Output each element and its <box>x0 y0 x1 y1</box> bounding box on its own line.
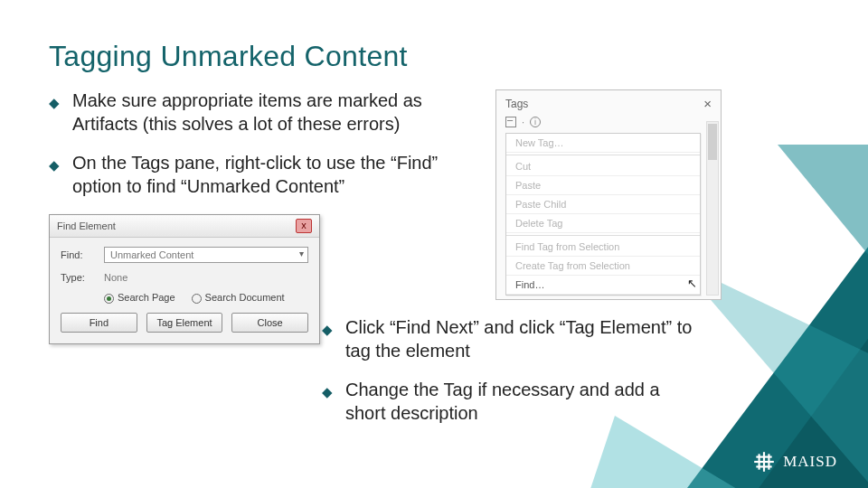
logo: MAISD <box>752 450 837 474</box>
bullet-text: Change the Tag if necessary and add a sh… <box>345 379 697 425</box>
find-label: Find: <box>61 249 95 260</box>
bullet-item: ◆ Change the Tag if necessary and add a … <box>322 379 697 425</box>
radio-search-page[interactable]: Search Page <box>104 292 175 304</box>
toolbar-separator: · <box>522 117 524 127</box>
type-value: None <box>104 272 127 283</box>
menu-item-new-tag[interactable]: New Tag… <box>506 134 700 153</box>
bullet-text: Make sure appropriate items are marked a… <box>72 89 474 136</box>
menu-item-find[interactable]: Find… <box>506 276 700 295</box>
scrollbar[interactable] <box>706 121 719 296</box>
menu-item-paste-child[interactable]: Paste Child <box>506 195 700 214</box>
bullet-icon: ◆ <box>322 321 333 362</box>
context-menu: New Tag… Cut Paste Paste Child Delete Ta… <box>505 133 701 296</box>
menu-item-paste[interactable]: Paste <box>506 176 700 195</box>
find-element-dialog: Find Element x Find: Unmarked Content Ty… <box>49 214 320 344</box>
bullet-item: ◆ Make sure appropriate items are marked… <box>49 89 474 136</box>
scrollbar-thumb[interactable] <box>708 124 717 160</box>
bullet-item: ◆ Click “Find Next” and click “Tag Eleme… <box>322 316 697 362</box>
slide-title: Tagging Unmarked Content <box>49 40 819 73</box>
bullet-item: ◆ On the Tags pane, right-click to use t… <box>49 152 474 198</box>
menu-item-cut[interactable]: Cut <box>506 157 700 176</box>
dialog-title: Find Element <box>57 221 116 231</box>
collapse-icon[interactable] <box>505 117 516 127</box>
bullet-text: On the Tags pane, right-click to use the… <box>72 152 474 198</box>
find-combobox[interactable]: Unmarked Content <box>104 247 308 263</box>
bullet-text: Click “Find Next” and click “Tag Element… <box>345 316 697 362</box>
logo-text: MAISD <box>783 453 837 471</box>
cursor-icon: ↖ <box>687 277 697 290</box>
menu-item-find-from-selection[interactable]: Find Tag from Selection <box>506 238 700 257</box>
logo-mark-icon <box>752 450 776 474</box>
tags-panel-title: Tags <box>505 98 528 110</box>
tags-panel: Tags × · i New Tag… Cut Paste Paste Chil… <box>495 89 722 300</box>
bullet-icon: ◆ <box>49 94 60 136</box>
menu-item-create-from-selection[interactable]: Create Tag from Selection <box>506 257 700 276</box>
find-button[interactable]: Find <box>61 313 137 333</box>
menu-item-delete-tag[interactable]: Delete Tag <box>506 214 700 233</box>
dialog-titlebar: Find Element x <box>50 215 319 238</box>
bullet-icon: ◆ <box>322 383 333 425</box>
info-icon[interactable]: i <box>530 117 541 127</box>
left-bullet-list: ◆ Make sure appropriate items are marked… <box>49 89 474 198</box>
tag-element-button[interactable]: Tag Element <box>146 313 223 333</box>
tags-panel-close-icon[interactable]: × <box>703 96 712 111</box>
right-bullet-list: ◆ Click “Find Next” and click “Tag Eleme… <box>322 316 697 425</box>
tags-toolbar: · i <box>496 115 721 133</box>
dialog-close-button[interactable]: x <box>296 219 312 233</box>
radio-search-document[interactable]: Search Document <box>192 292 285 304</box>
type-label: Type: <box>61 272 95 283</box>
close-button[interactable]: Close <box>231 313 308 333</box>
bullet-icon: ◆ <box>49 156 60 198</box>
